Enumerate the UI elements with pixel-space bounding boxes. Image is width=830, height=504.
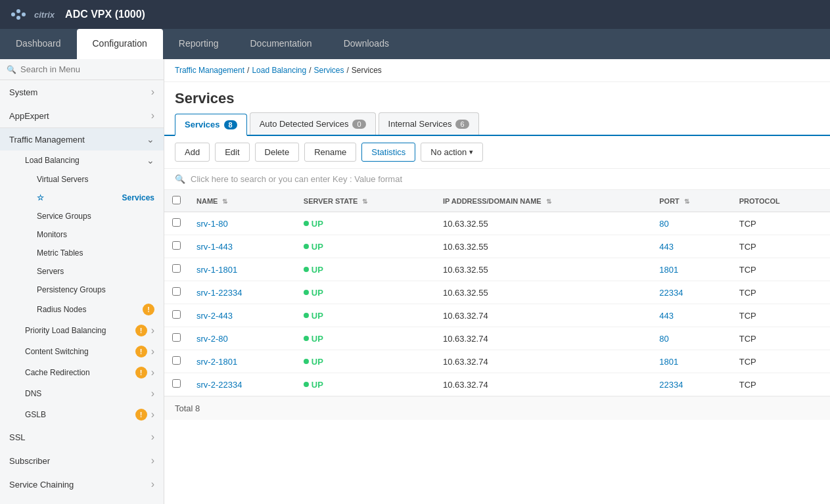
tab-internal-services[interactable]: Internal Services 6 [379, 112, 479, 135]
row-ip: 10.63.32.55 [435, 212, 651, 235]
row-protocol: TCP [731, 350, 830, 373]
sort-port-icon[interactable]: ⇅ [684, 198, 689, 205]
search-input[interactable] [20, 64, 157, 74]
tab-reporting[interactable]: Reporting [163, 29, 235, 59]
sort-ip-icon[interactable]: ⇅ [546, 198, 551, 205]
tab-dashboard[interactable]: Dashboard [0, 29, 77, 59]
row-checkbox-cell [164, 258, 189, 281]
row-port: 1801 [651, 350, 731, 373]
row-state: UP [296, 327, 435, 350]
content-tabs: Services 8 Auto Detected Services 0 Inte… [164, 112, 830, 136]
row-checkbox-7[interactable] [172, 379, 181, 388]
chevron-right-icon [151, 86, 154, 98]
breadcrumb-services-link[interactable]: Services [313, 66, 344, 75]
row-name: srv-1-80 [189, 212, 296, 235]
sidebar-item-ssl[interactable]: SSL [0, 425, 164, 449]
tab-configuration[interactable]: Configuration [77, 29, 163, 59]
select-all-checkbox[interactable] [172, 196, 181, 204]
sidebar-item-subscriber[interactable]: Subscriber [0, 449, 164, 472]
sidebar-item-service-chaining[interactable]: Service Chaining [0, 472, 164, 496]
page-title: Services [164, 82, 830, 112]
svg-point-2 [16, 16, 20, 20]
sidebar-item-services[interactable]: ☆ Services [28, 189, 164, 207]
row-checkbox-1[interactable] [172, 241, 181, 250]
row-port: 443 [651, 304, 731, 327]
row-checkbox-6[interactable] [172, 356, 181, 365]
rename-button[interactable]: Rename [304, 143, 356, 162]
table-body: srv-1-80 UP 10.63.32.55 80 TCP srv-1-443… [164, 212, 830, 396]
row-checkbox-4[interactable] [172, 310, 181, 319]
tab-services[interactable]: Services 8 [175, 114, 247, 136]
row-checkbox-cell [164, 212, 189, 235]
row-port: 1801 [651, 258, 731, 281]
header-server-state: SERVER STATE ⇅ [296, 190, 435, 212]
row-checkbox-cell [164, 327, 189, 350]
sidebar-item-servers[interactable]: Servers [28, 262, 164, 281]
tab-services-label: Services [185, 120, 220, 129]
tab-downloads[interactable]: Downloads [328, 29, 405, 59]
table-footer: Total 8 [164, 396, 830, 420]
breadcrumb: Traffic Management / Load Balancing / Se… [164, 59, 830, 82]
citrix-logo: citrix [11, 7, 55, 22]
sidebar-item-metric-tables[interactable]: Metric Tables [28, 244, 164, 262]
row-protocol: TCP [731, 304, 830, 327]
svg-point-3 [22, 12, 26, 16]
breadcrumb-load-balancing[interactable]: Load Balancing [252, 66, 306, 75]
sidebar-item-virtual-servers[interactable]: Virtual Servers [28, 170, 164, 189]
sidebar-item-service-groups[interactable]: Service Groups [28, 207, 164, 225]
edit-button[interactable]: Edit [215, 143, 249, 162]
chevron-right-icon [151, 325, 154, 336]
row-checkbox-3[interactable] [172, 287, 181, 296]
row-state: UP [296, 258, 435, 281]
status-dot [304, 221, 309, 226]
sidebar-item-priority-lb[interactable]: Priority Load Balancing ! [18, 320, 164, 341]
sidebar-item-persistency-groups[interactable]: Persistency Groups [28, 281, 164, 299]
sidebar-item-user[interactable]: User [0, 496, 164, 504]
table-row: srv-1-443 UP 10.63.32.55 443 TCP [164, 235, 830, 258]
warning-badge-cs: ! [135, 346, 147, 357]
sidebar-item-appexpert[interactable]: AppExpert [0, 104, 164, 127]
row-name: srv-1-22334 [189, 281, 296, 304]
row-state: UP [296, 373, 435, 396]
breadcrumb-traffic-management[interactable]: Traffic Management [175, 66, 244, 75]
add-button[interactable]: Add [175, 143, 210, 162]
status-dot [304, 290, 309, 295]
sidebar-item-dns[interactable]: DNS [18, 383, 164, 404]
sort-state-icon[interactable]: ⇅ [362, 198, 367, 205]
statistics-button[interactable]: Statistics [361, 143, 415, 162]
delete-button[interactable]: Delete [255, 143, 300, 162]
row-ip: 10.63.32.74 [435, 327, 651, 350]
row-checkbox-cell [164, 350, 189, 373]
sort-name-icon[interactable]: ⇅ [222, 198, 227, 205]
table-row: srv-2-443 UP 10.63.32.74 443 TCP [164, 304, 830, 327]
star-icon: ☆ [37, 193, 44, 202]
main-layout: 🔍 System AppExpert Traffic Management Lo… [0, 59, 830, 504]
warning-badge-plb: ! [135, 325, 147, 336]
warning-badge-radius: ! [143, 304, 154, 315]
table-search[interactable]: 🔍 Click here to search or you can enter … [164, 169, 830, 190]
citrix-icon [11, 7, 32, 22]
row-checkbox-5[interactable] [172, 333, 181, 342]
chevron-right-icon [151, 431, 154, 443]
row-checkbox-cell [164, 281, 189, 304]
search-box[interactable]: 🔍 [0, 59, 164, 80]
sidebar-item-traffic-management[interactable]: Traffic Management [0, 127, 164, 150]
sidebar-item-monitors[interactable]: Monitors [28, 225, 164, 244]
warning-badge-gslb: ! [135, 409, 147, 421]
row-protocol: TCP [731, 212, 830, 235]
row-name: srv-2-80 [189, 327, 296, 350]
sidebar-item-load-balancing[interactable]: Load Balancing [18, 150, 164, 170]
sidebar-item-gslb[interactable]: GSLB ! [18, 404, 164, 425]
svg-point-1 [16, 9, 20, 13]
row-checkbox-2[interactable] [172, 264, 181, 273]
tab-auto-detected[interactable]: Auto Detected Services 0 [250, 112, 376, 135]
sidebar-item-system[interactable]: System [0, 80, 164, 104]
tab-documentation[interactable]: Documentation [234, 29, 327, 59]
row-name: srv-1-443 [189, 235, 296, 258]
row-protocol: TCP [731, 258, 830, 281]
sidebar-item-cache-redirection[interactable]: Cache Redirection ! [18, 362, 164, 383]
sidebar-item-radius-nodes[interactable]: Radius Nodes ! [28, 299, 164, 320]
no-action-dropdown[interactable]: No action [421, 143, 483, 162]
sidebar-item-content-switching[interactable]: Content Switching ! [18, 341, 164, 362]
row-checkbox-0[interactable] [172, 218, 181, 227]
